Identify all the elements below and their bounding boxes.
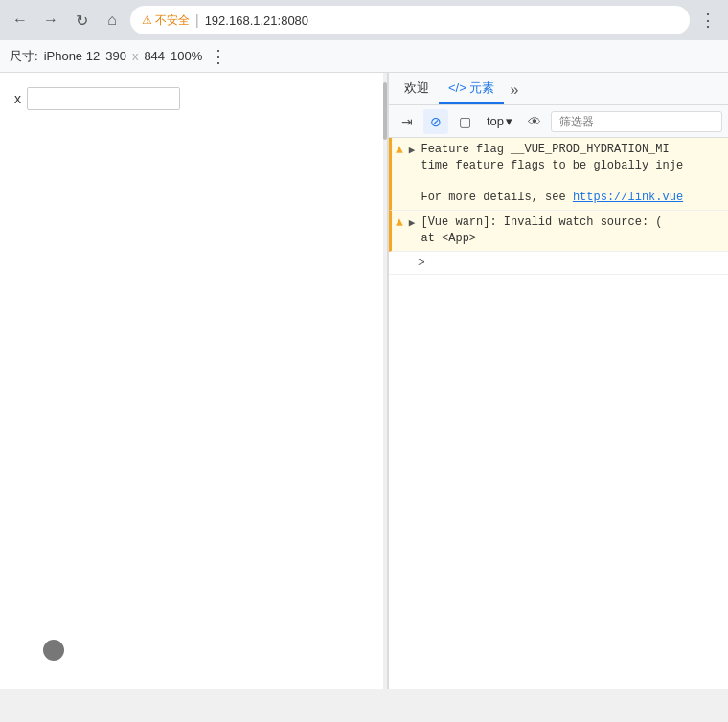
devtools-filter-input[interactable]	[551, 111, 722, 132]
browser-menu-button[interactable]: ⋮	[695, 8, 720, 33]
scroll-bar	[383, 73, 387, 689]
msg-text-1: Feature flag __VUE_PROD_HYDRATION_MI tim…	[421, 142, 722, 206]
home-button[interactable]: ⌂	[100, 8, 125, 33]
address-bar[interactable]: ⚠ 不安全 | 192.168.1.21:8080	[130, 6, 690, 34]
expand-arrow-2[interactable]: ▶	[409, 216, 416, 229]
msg-line-4: [Vue warn]: Invalid watch source: (	[421, 215, 662, 229]
devtools-panel: 欢迎 </> 元素 » ⇥ ⊘ ▢ top ▾ 👁 ▲ ▶ Feature fl…	[388, 73, 728, 689]
console-message-1: ▲ ▶ Feature flag __VUE_PROD_HYDRATION_MI…	[389, 138, 728, 211]
expand-arrow-1[interactable]: ▶	[409, 144, 416, 156]
device-height[interactable]: 844	[144, 49, 165, 63]
mobile-content: x	[0, 73, 387, 124]
tab-overflow-button[interactable]: »	[506, 76, 522, 104]
top-label: top	[487, 114, 504, 128]
reload-button[interactable]: ↻	[69, 8, 94, 33]
device-more-button[interactable]: ⋮	[208, 44, 229, 69]
devtools-square-icon-btn[interactable]: ▢	[452, 109, 477, 134]
console-area: ▲ ▶ Feature flag __VUE_PROD_HYDRATION_MI…	[389, 138, 728, 689]
msg-line-5: at <App>	[421, 232, 476, 245]
msg-line-2: time feature flags to be globally inje	[421, 159, 683, 172]
device-name: iPhone 12	[44, 49, 101, 63]
console-message-2: ▲ ▶ [Vue warn]: Invalid watch source: ( …	[389, 211, 728, 252]
main-area: x 欢迎 </> 元素 » ⇥ ⊘ ▢ top ▾ 👁	[0, 73, 728, 689]
console-expand-row[interactable]: >	[389, 252, 728, 275]
devtools-tabs: 欢迎 </> 元素 »	[389, 73, 728, 105]
device-toolbar-left: 尺寸: iPhone 12 390 x 844 100% ⋮	[10, 44, 718, 69]
devtools-top-bar: ⇥ ⊘ ▢ top ▾ 👁	[389, 105, 728, 138]
separator: |	[195, 12, 199, 28]
x-label: x	[14, 91, 21, 106]
msg-text-2: [Vue warn]: Invalid watch source: ( at <…	[421, 214, 722, 247]
label-x: x	[14, 87, 180, 110]
scroll-thumb[interactable]	[383, 82, 387, 140]
msg-link-1[interactable]: https://link.vue	[573, 191, 683, 204]
devtools-block-icon-btn[interactable]: ⊘	[423, 109, 448, 134]
device-toolbar: 尺寸: iPhone 12 390 x 844 100% ⋮	[0, 40, 728, 73]
mobile-viewport: x	[0, 73, 388, 689]
browser-toolbar: ← → ↻ ⌂ ⚠ 不安全 | 192.168.1.21:8080 ⋮	[0, 0, 728, 40]
back-button[interactable]: ←	[8, 8, 33, 33]
device-size-label: 尺寸:	[10, 48, 38, 65]
top-context-selector[interactable]: top ▾	[481, 111, 518, 131]
msg-line-1: Feature flag __VUE_PROD_HYDRATION_MI	[421, 143, 669, 156]
security-warning: ⚠ 不安全	[142, 12, 190, 29]
url-text: 192.168.1.21:8080	[205, 13, 678, 28]
device-width[interactable]: 390	[105, 49, 126, 63]
circle-indicator	[43, 640, 64, 661]
device-x-separator: x	[132, 49, 139, 63]
warn-icon-1: ▲	[396, 143, 403, 157]
forward-button[interactable]: →	[38, 8, 63, 33]
warn-icon-2: ▲	[396, 215, 403, 230]
msg-line-3: For more details, see	[421, 191, 572, 204]
top-dropdown-icon: ▾	[506, 114, 512, 128]
browser-chrome: ← → ↻ ⌂ ⚠ 不安全 | 192.168.1.21:8080 ⋮ 尺寸: …	[0, 0, 728, 73]
warning-icon: ⚠	[142, 13, 152, 27]
x-input[interactable]	[27, 87, 180, 110]
tab-elements[interactable]: </> 元素	[439, 74, 504, 104]
devtools-eye-btn[interactable]: 👁	[522, 109, 547, 134]
security-text: 不安全	[155, 12, 190, 29]
expand-chevron: >	[418, 256, 425, 270]
devtools-forward-icon-btn[interactable]: ⇥	[395, 109, 420, 134]
device-zoom[interactable]: 100%	[171, 49, 202, 63]
tab-welcome[interactable]: 欢迎	[395, 74, 439, 104]
